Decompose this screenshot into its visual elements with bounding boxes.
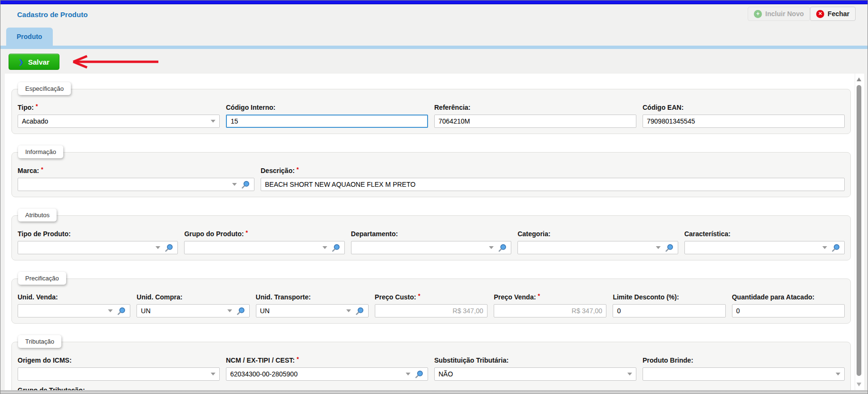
chevron-down-icon [489,246,494,249]
departamento-select[interactable] [351,241,511,254]
required-asterisk: * [41,167,43,173]
chevron-down-icon [406,373,410,375]
marca-select[interactable] [18,178,254,191]
section-tab-atributos: Atributos [18,209,57,221]
section-precificacao: PrecificaçãoUnid. Venda:Unid. Compra:UNU… [11,279,851,324]
codigo-ean-input[interactable] [643,115,845,128]
produto-brinde-label: Produto Brinde: [643,356,845,365]
required-asterisk: * [36,104,38,110]
tipo-select[interactable]: Acabado [18,115,220,128]
unid-transporte-label: Unid. Transporte: [256,293,369,301]
fechar-button[interactable]: ✕ Fechar [810,7,856,21]
tipo-de-produto-select[interactable] [18,241,178,254]
incluir-novo-button[interactable]: + Incluir Novo [748,7,810,21]
ncm-value: 62034300-00-2805900 [230,370,403,378]
preco-custo-input[interactable] [375,304,488,317]
form-content: EspecíficaçãoTipo:*AcabadoCódigo Interno… [5,74,864,390]
unid-compra-label: Unid. Compra: [137,293,249,301]
quantidade-atacado-input[interactable] [732,304,845,317]
search-icon[interactable] [241,180,250,189]
preco-venda-input[interactable] [494,304,606,317]
save-button[interactable]: ❯ Salvar [9,54,59,70]
field-departamento: Departamento: [351,230,511,254]
categoria-select[interactable] [517,241,678,254]
scrollbar[interactable] [855,74,863,390]
search-icon[interactable] [831,243,840,252]
field-limite-desconto: Limite Desconto (%): [613,293,725,317]
codigo-interno-input[interactable] [226,115,428,128]
chevron-down-icon [627,373,632,375]
produto-brinde-select[interactable] [643,367,845,381]
field-categoria: Categoria: [517,230,678,254]
field-unid-transporte: Unid. Transporte:UN [256,293,369,317]
scroll-down-icon[interactable] [857,383,861,386]
form-sections: EspecíficaçãoTipo:*AcabadoCódigo Interno… [5,74,864,390]
chevron-down-icon [211,373,215,375]
search-icon[interactable] [498,243,507,252]
field-grupo-tributacao: Grupo de Tributação: [18,386,845,390]
page-title: Cadastro de Produto [17,10,88,19]
chevron-down-icon [232,183,237,186]
search-icon[interactable] [665,243,674,252]
field-descricao: Descrição:* [261,167,845,191]
section-atributos: AtributosTipo de Produto:Grupo do Produt… [11,215,851,260]
field-unid-compra: Unid. Compra:UN [137,293,249,317]
bottom-edge [0,390,868,394]
required-asterisk: * [418,293,420,299]
required-asterisk: * [538,293,540,299]
field-tipo: Tipo:*Acabado [18,104,220,128]
field-codigo-ean: Código EAN: [643,104,845,128]
search-icon[interactable] [332,243,341,252]
unid-compra-select[interactable]: UN [137,304,249,317]
substituicao-tributaria-label: Substituição Tributária: [434,356,636,365]
top-accent-bar [0,0,868,4]
app-window: Cadastro de Produto + Incluir Novo ✕ Fec… [0,0,868,394]
search-icon[interactable] [117,307,126,316]
codigo-ean-label: Código EAN: [643,104,845,112]
field-tipo-de-produto: Tipo de Produto: [18,230,178,254]
search-icon[interactable] [415,370,424,379]
chevron-down-icon [108,309,113,312]
scroll-up-icon[interactable] [857,77,861,81]
scrollbar-thumb[interactable] [857,85,861,376]
field-referencia: Referência: [434,104,636,128]
section-tab-informacao: Informação [18,145,63,158]
grupo-do-produto-select[interactable] [184,241,344,254]
fechar-label: Fechar [828,10,849,18]
limite-desconto-input[interactable] [613,304,725,317]
ncm-select[interactable]: 62034300-00-2805900 [226,367,428,381]
origem-icms-select[interactable] [18,367,220,381]
departamento-label: Departamento: [351,230,511,238]
section-tab-especificacao: Específicação [18,82,71,95]
tab-produto[interactable]: Produto [6,28,53,46]
substituicao-tributaria-value: NÃO [439,370,624,378]
tipo-de-produto-label: Tipo de Produto: [18,230,178,238]
chevron-down-icon [656,246,661,249]
incluir-novo-label: Incluir Novo [765,10,804,18]
caracteristica-select[interactable] [684,241,845,254]
required-asterisk: * [246,230,248,236]
unid-venda-label: Unid. Venda: [18,293,130,301]
origem-icms-label: Origem do ICMS: [18,356,220,365]
codigo-interno-label: Código Interno: [226,104,428,112]
caracteristica-label: Característica: [684,230,845,238]
preco-venda-label: Preço Venda:* [494,293,606,301]
unid-compra-value: UN [141,307,224,315]
substituicao-tributaria-select[interactable]: NÃO [434,367,636,381]
section-especificacao: EspecíficaçãoTipo:*AcabadoCódigo Interno… [11,89,851,134]
field-produto-brinde: Produto Brinde: [643,356,845,381]
grupo-tributacao-label: Grupo de Tributação: [18,386,845,390]
marca-label: Marca:* [18,167,254,175]
field-marca: Marca:* [18,167,254,191]
grupo-do-produto-label: Grupo do Produto:* [184,230,344,238]
search-icon[interactable] [236,307,245,316]
required-asterisk: * [297,356,299,363]
unid-transporte-select[interactable]: UN [256,304,369,317]
categoria-label: Categoria: [517,230,678,238]
search-icon[interactable] [355,307,364,316]
search-icon[interactable] [165,243,174,252]
plus-icon: + [754,10,762,18]
referencia-input[interactable] [434,115,636,128]
descricao-input[interactable] [261,178,845,191]
unid-venda-select[interactable] [18,304,130,317]
